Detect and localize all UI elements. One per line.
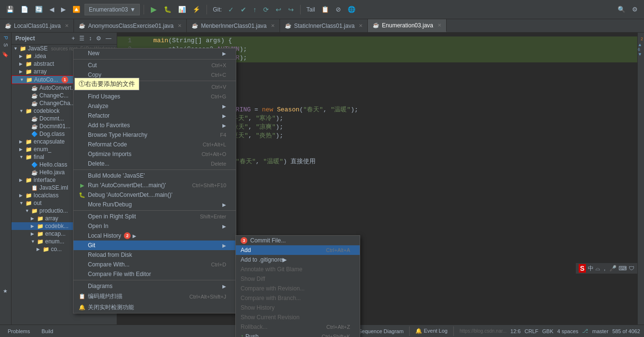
arrow-out-co: ▶ [36,247,41,252]
cm-cut[interactable]: Cut Ctrl+X [73,60,236,70]
project-sort-btn[interactable]: ↕ [87,35,93,42]
project-settings-btn[interactable]: ⚙ [95,35,103,42]
structure-sidebar-icon[interactable]: S [2,42,10,48]
project-close-btn[interactable]: — [104,35,113,42]
cm-localhistory[interactable]: Local History 2 ▶ [73,231,236,241]
tab-icon-enumeration: ☕ [373,22,379,28]
git-comparewithbranch[interactable]: Compare with Branch... [236,293,360,303]
problems-tab[interactable]: Problems [4,327,34,335]
git-showdiff[interactable]: Show Diff [236,274,360,284]
icon-out-codeblock: 📁 [37,223,44,229]
build-tab[interactable]: Build [37,327,57,335]
git-push-btn[interactable]: ↑ [251,4,259,15]
cm-refactor[interactable]: Refactor ▶ [73,111,236,120]
tail-btn1[interactable]: 📋 [319,4,331,14]
tab-close-enumeration[interactable]: ✕ [437,23,441,28]
cm-realtimecheck[interactable]: 🔔 关闭实时检测功能 [73,302,236,313]
cm-run-label: Run 'AutoConvertDet....main()' [88,182,166,189]
tab-close-memberinner[interactable]: ✕ [271,23,275,28]
toolbar-refresh-btn[interactable]: 🔄 [33,4,45,14]
icon-docmnt01: ☕ [31,123,38,130]
run-button[interactable]: ▶ [148,4,159,15]
position-indicator[interactable]: 12:6 [510,328,521,334]
profile-btn[interactable]: ⚡ [190,4,203,14]
cm-comparefilewith[interactable]: Compare File with Editor [73,269,236,279]
branch-indicator[interactable]: master [592,328,608,334]
favorites-sidebar-icon[interactable]: ★ [1,287,10,296]
git-tick-btn[interactable]: ✔ [238,4,249,15]
tab-close-localclass[interactable]: ✕ [65,23,69,28]
git-add[interactable]: Add Ctrl+Alt+A [236,245,360,255]
cm-git[interactable]: Git ▶ [73,241,236,250]
cm-run[interactable]: ▶ Run 'AutoConvertDet....main()' Ctrl+Sh… [73,181,236,190]
icon-abstract: 📁 [25,61,32,67]
sequence-diagram-tab[interactable]: Sequence Diagram [358,328,403,334]
git-redo-btn[interactable]: ↪ [286,4,296,15]
cm-refactor-label: Refactor [88,112,109,119]
search-btn[interactable]: 🔍 [615,4,628,14]
event-log-tab[interactable]: 🔔 Event Log [415,328,448,334]
ime-status-bar: S 中 ⌓ ， 🎤 ⌨ 🛡 [576,263,637,274]
cm-buildmodule[interactable]: Build Module 'JavaSE' [73,171,236,181]
git-undo-btn[interactable]: ↩ [273,4,284,15]
debug-btn[interactable]: 🐛 [161,4,174,14]
cm-reloadfromdisk[interactable]: Reload from Disk [73,250,236,260]
tab-anonymous[interactable]: ☕ AnonymousClassExercise01.java ✕ [74,19,187,32]
cm-browsetypehierarchy[interactable]: Browse Type Hierarchy F4 [73,130,236,140]
cm-openin[interactable]: Open In ▶ [73,221,236,231]
git-showcurrentrev[interactable]: Show Current Revision [236,313,360,322]
toolbar-separator-3 [300,5,301,14]
cm-reformatcode[interactable]: Reformat Code Ctrl+Alt+L [73,140,236,149]
label-encapsulate: encapsulate [34,138,65,145]
git-annotatewith[interactable]: Annotate with Git Blame [236,265,360,274]
tail-btn2[interactable]: ⊘ [333,4,343,14]
label-out: out [34,200,42,206]
git-push[interactable]: ↑ Push... Ctrl+Shift+K [236,332,360,337]
git-commitfile[interactable]: 3 Commit File... [236,236,360,245]
tab-memberinner[interactable]: ☕ MenberInnerClass01.java ✕ [187,19,280,32]
toolbar-new-btn[interactable]: 📄 [18,4,31,14]
settings-gear-btn[interactable]: ⚙ [630,4,640,14]
coverage-btn[interactable]: 📊 [176,4,188,14]
project-list-btn[interactable]: ☰ [78,35,86,42]
git-addtoignore[interactable]: Add to .gitignore ▶ [236,255,360,265]
indent-indicator[interactable]: 4 spaces [557,328,578,334]
cm-regexscan[interactable]: 📋 编码规约扫描 Ctrl+Alt+Shift+J [73,291,236,302]
tab-close-anonymous[interactable]: ✕ [178,23,182,28]
cm-optimizeimports[interactable]: Optimize Imports Ctrl+Alt+O [73,149,236,159]
tab-localclass[interactable]: ☕ LocalClass01.java ✕ [0,19,74,32]
cm-debug[interactable]: 🐛 Debug 'AutoConvertDet....main()' [73,190,236,200]
icon-out-enum: 📁 [37,239,44,245]
cm-morerun[interactable]: More Run/Debug ▶ [73,200,236,209]
cm-openin-label: Open In [88,223,109,229]
cm-openrightplit[interactable]: Open in Right Split Shift+Enter [73,212,236,221]
toolbar-back-btn[interactable]: ◀ [47,4,57,14]
toolbar-forward-btn[interactable]: ▶ [59,4,68,14]
bookmarks-sidebar-icon[interactable]: 🔖 [1,49,10,59]
tab-close-staticinner[interactable]: ✕ [359,23,363,28]
encoding-indicator[interactable]: GBK [542,328,553,334]
cm-new[interactable]: New ▶ [73,48,236,58]
git-fetch-btn[interactable]: ⟳ [261,4,271,15]
cm-addtofavorites[interactable]: Add to Favorites ▶ [73,120,236,130]
breadcrumb[interactable]: Enumeration03 ▼ [85,4,140,15]
cm-diagrams[interactable]: Diagrams ▶ [73,281,236,291]
comma-icon: ， [602,265,608,273]
tab-enumeration[interactable]: ☕ Enumeration03.java ✕ [368,19,447,32]
git-showhistory[interactable]: Show History [236,303,360,313]
translate-btn[interactable]: 🌐 [345,4,358,14]
toolbar-save-btn[interactable]: 💾 [4,4,16,14]
tab-staticinner[interactable]: ☕ StaticInnerClass01.java ✕ [280,19,368,32]
project-add-btn[interactable]: + [70,35,76,42]
git-rollback[interactable]: Rollback... Ctrl+Alt+Z [236,322,360,332]
cm-delete[interactable]: Delete... Delete [73,159,236,168]
morerun-arrow: ▶ [222,202,226,207]
git-check-btn[interactable]: ✓ [226,4,236,15]
cm-comparewith[interactable]: Compare With... Ctrl+D [73,260,236,269]
project-sidebar-icon[interactable]: P [2,35,10,41]
cm-findusages[interactable]: Find Usages Ctrl+G [73,92,236,101]
cm-analyze[interactable]: Analyze ▶ [73,101,236,111]
toolbar-up-btn[interactable]: 🔼 [70,4,83,14]
line-sep-indicator[interactable]: CRLF [524,328,538,334]
git-comparewithrev[interactable]: Compare with Revision... [236,284,360,293]
